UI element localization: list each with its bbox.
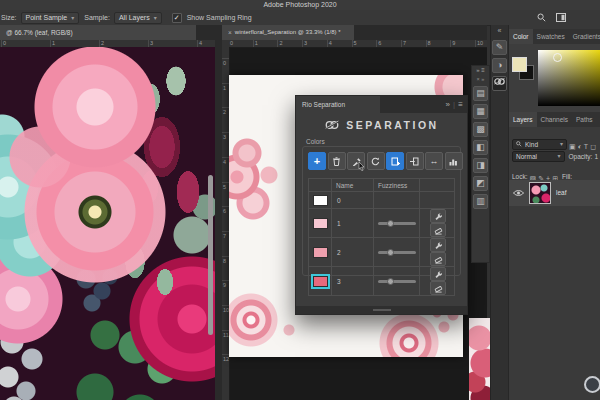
annotate-panel-icon[interactable]: ✎ [492, 40, 507, 55]
export-layers-button[interactable] [386, 152, 404, 170]
delete-color-button[interactable] [328, 152, 346, 170]
separation-color-row[interactable]: 2 [309, 238, 455, 267]
layer-thumbnail[interactable] [529, 182, 551, 204]
separation-panel-footer [296, 306, 467, 314]
show-sampling-ring-checkbox[interactable]: ✓ [172, 13, 182, 23]
eraser-button[interactable] [430, 281, 446, 295]
left-doc-scrollbar-thumb[interactable] [208, 175, 213, 335]
layer-visibility-eye-icon[interactable] [513, 189, 524, 197]
collapsed-panel-dock: » ≡ × » ▤▦▩◧◨◩▥ [471, 65, 490, 263]
gradients-panel-icon[interactable]: ▦ [473, 104, 488, 119]
wrench-button[interactable] [430, 267, 446, 281]
import-button[interactable] [406, 152, 424, 170]
shape-filter-icon[interactable]: ◻ [590, 143, 596, 150]
panel-menu-icon[interactable]: ≡ [458, 96, 463, 113]
separation-color-row[interactable]: 1 [309, 209, 455, 238]
foreground-color-swatch[interactable] [512, 57, 527, 72]
eraser-button[interactable] [430, 223, 446, 237]
color-field[interactable] [538, 50, 600, 106]
photoshop-window: Adobe Photoshop 2020 Size: Point Sample▾… [0, 0, 600, 400]
color-swatch[interactable] [313, 276, 328, 287]
slider-thumb[interactable] [387, 220, 394, 227]
libraries-panel-icon[interactable]: ▥ [473, 194, 488, 209]
ruler-tick: 4 [223, 159, 226, 165]
opacity-value[interactable]: 1 [594, 153, 598, 160]
color-panel [509, 44, 600, 112]
wrench-button[interactable] [430, 238, 446, 252]
panel-collapse-icon[interactable]: » [446, 96, 450, 113]
ruler-tick: 2 [223, 109, 226, 115]
layers-panel: Kind ▾ ▣◐T◻ Normal ▾ Opacity: 1 Lock: ▨✎… [509, 127, 600, 400]
fuzziness-slider[interactable] [378, 220, 416, 227]
help-bubble-icon[interactable] [584, 376, 600, 393]
adjustment-filter-icon[interactable]: ◐ [578, 143, 582, 150]
eyedropper-button[interactable] [347, 152, 365, 170]
right-panel-column: ColorSwatchesGradientsPatterns LayersCha… [508, 25, 600, 400]
tab-paths[interactable]: Paths [572, 112, 597, 127]
swatches-panel-icon[interactable]: ▤ [473, 86, 488, 101]
expand-button[interactable]: ↔ [425, 152, 443, 170]
refresh-button[interactable] [367, 152, 385, 170]
tab-leaf-document[interactable]: @ 66.7% (leaf, RGB/8) [0, 25, 196, 40]
shapes-panel-icon[interactable]: ◧ [473, 140, 488, 155]
color-name-cell[interactable]: 2 [332, 238, 374, 267]
row-actions-cell [420, 267, 455, 296]
tab-layers[interactable]: Layers [509, 112, 537, 127]
histogram-button[interactable] [445, 152, 463, 170]
glyphs-panel-icon[interactable]: ◨ [473, 158, 488, 173]
wrench-button[interactable] [430, 209, 446, 223]
layer-filter-dropdown[interactable]: Kind ▾ [512, 139, 567, 150]
ruler-tick: 3 [223, 134, 226, 140]
tab-channels[interactable]: Channels [537, 112, 572, 127]
color-swatch[interactable] [313, 218, 328, 229]
fuzziness-cell [374, 267, 420, 296]
close-icon[interactable]: × [228, 25, 232, 40]
resize-grip[interactable] [373, 309, 391, 311]
slider-thumb[interactable] [387, 278, 394, 285]
pane-divider [215, 25, 222, 400]
tab-color[interactable]: Color [509, 29, 533, 44]
adjustments-panel-icon[interactable]: ◑ [492, 58, 507, 73]
sample-size-dropdown[interactable]: Point Sample▾ [21, 12, 80, 24]
color-swatch[interactable] [313, 195, 328, 206]
background-artwork-fragment [469, 318, 490, 400]
sample-layers-dropdown[interactable]: All Layers▾ [114, 12, 162, 24]
leaf-document-canvas[interactable] [0, 47, 215, 400]
type-filter-icon[interactable]: T [584, 143, 588, 150]
column-header: Fuzziness [374, 179, 420, 192]
eraser-button[interactable] [430, 252, 446, 266]
search-icon[interactable] [537, 13, 546, 22]
chevron-down-icon: ▾ [560, 139, 563, 150]
fuzziness-slider[interactable] [378, 249, 416, 256]
dock-expand-icon[interactable]: « [491, 25, 508, 37]
ruler-tick: 5 [354, 40, 357, 46]
separation-color-table: NameFuzziness0123 [308, 178, 455, 296]
dock-close-expand-icons[interactable]: × » [472, 75, 489, 83]
color-name-cell[interactable]: 3 [332, 267, 374, 296]
layer-name[interactable]: leaf [556, 189, 566, 196]
color-name-cell[interactable]: 1 [332, 209, 374, 238]
add-color-button[interactable]: + [308, 152, 326, 170]
separation-plugin-icon[interactable] [492, 76, 507, 91]
color-field-cursor[interactable] [553, 53, 562, 62]
separation-color-row[interactable]: 0 [309, 192, 455, 209]
patterns-panel-icon[interactable]: ▩ [473, 122, 488, 137]
separation-panel-titlebar[interactable]: Rio Separation » | ≡ [296, 96, 467, 113]
fuzziness-slider[interactable] [378, 278, 416, 285]
blend-mode-dropdown[interactable]: Normal ▾ [512, 151, 565, 162]
color-swatch[interactable] [313, 247, 328, 258]
tab-swatches[interactable]: Swatches [533, 29, 569, 44]
layer-row-leaf[interactable]: leaf [509, 180, 600, 206]
styles-panel-icon[interactable]: ◩ [473, 176, 488, 191]
separation-panel-tab[interactable]: Rio Separation [296, 96, 380, 113]
tab-gradients[interactable]: Gradients [569, 29, 600, 44]
tab-winterfloral-document[interactable]: × winterfloral_Separation @ 33.3% (1/8) … [222, 25, 354, 40]
slider-thumb[interactable] [387, 249, 394, 256]
dock-collapse-icon[interactable]: » ≡ [472, 66, 489, 75]
separation-color-row[interactable]: 3 [309, 267, 455, 296]
pixel-filter-icon[interactable]: ▣ [569, 143, 576, 150]
ruler-tick: 5 [223, 184, 226, 190]
workspace-switcher-icon[interactable] [556, 13, 566, 22]
color-name-cell[interactable]: 0 [332, 192, 374, 209]
color-panel-tabs: ColorSwatchesGradientsPatterns [509, 29, 600, 44]
